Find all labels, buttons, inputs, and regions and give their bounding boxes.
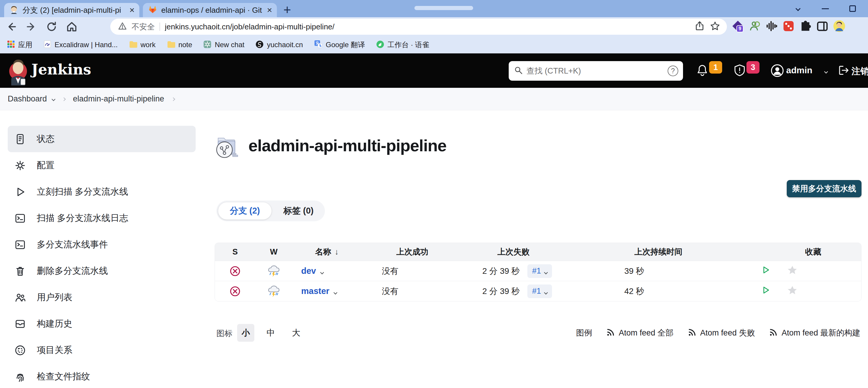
reload-icon[interactable]	[45, 21, 58, 33]
extension-dice-icon[interactable]	[782, 20, 795, 32]
username-label[interactable]: admin	[786, 65, 812, 76]
notification-count-badge[interactable]: 1	[709, 61, 722, 73]
tab-close-icon[interactable]: ×	[267, 6, 272, 14]
search-input[interactable]	[526, 66, 664, 76]
col-last-success[interactable]: 上次成功	[371, 243, 475, 261]
col-last-duration[interactable]: 上次持续时间	[581, 243, 736, 261]
bookmark-google-translate[interactable]: Google 翻译	[314, 40, 365, 50]
notifications-bell-icon[interactable]	[696, 64, 709, 78]
sidebar-item-check-fingerprint[interactable]: 检查文件指纹	[8, 363, 196, 388]
favorite-star-icon[interactable]	[787, 285, 798, 297]
branch-menu-chevron-icon[interactable]	[321, 266, 323, 276]
bookmark-folder-note[interactable]: note	[167, 41, 192, 49]
jenkins-logo[interactable]	[8, 56, 28, 87]
weather-storm-icon[interactable]	[255, 261, 292, 281]
tab-close-icon[interactable]: ×	[129, 6, 134, 14]
tab-branches[interactable]: 分支 (2)	[218, 202, 272, 219]
window-maximize-button[interactable]	[844, 0, 861, 17]
extension-user-search-icon[interactable]	[748, 20, 761, 32]
icon-size-large[interactable]: 大	[287, 324, 305, 342]
branch-menu-chevron-icon[interactable]	[334, 287, 337, 296]
tab-strip-scrollbar[interactable]	[414, 6, 473, 10]
icon-size-small[interactable]: 小	[237, 324, 254, 342]
sidebar-item-user-list[interactable]: 用户列表	[8, 284, 196, 310]
bookmark-folder-work[interactable]: work	[129, 41, 156, 49]
col-weather[interactable]: W	[255, 243, 292, 261]
address-bar[interactable]: 不安全 jenkins.yuchaoit.cn/job/eladmin-api-…	[110, 19, 727, 35]
icon-size-medium[interactable]: 中	[262, 324, 279, 342]
browser-tab-gitlab[interactable]: elamin-ops / eladmin-api · Git ×	[143, 3, 277, 17]
sidebar-item-status[interactable]: 状态	[8, 126, 196, 152]
home-icon[interactable]	[66, 21, 78, 33]
build-status-failed-icon[interactable]	[215, 261, 255, 281]
branch-link[interactable]: dev	[301, 266, 316, 276]
search-box[interactable]: ?	[509, 61, 683, 81]
atom-feed-failures-link[interactable]: Atom feed 失败	[688, 327, 755, 338]
side-panel-icon[interactable]	[816, 20, 829, 32]
weather-storm-icon[interactable]	[255, 281, 292, 301]
jenkins-brand[interactable]: Jenkins	[31, 61, 91, 78]
relationship-icon	[14, 345, 26, 356]
share-icon[interactable]	[694, 21, 705, 33]
apps-grid-icon	[7, 40, 15, 49]
browser-tab-jenkins[interactable]: 分支 (2) [eladmin-api-multi-pi ×	[4, 3, 139, 17]
google-translate-icon	[314, 40, 322, 50]
bookmark-excalidraw[interactable]: Excalidraw | Hand...	[43, 40, 118, 49]
logout-label[interactable]: 注销	[851, 65, 868, 78]
security-shield-icon[interactable]	[734, 64, 746, 78]
sidebar-item-scan-now[interactable]: 立刻扫描 多分支流水线	[8, 179, 196, 205]
search-help-icon[interactable]: ?	[668, 65, 678, 76]
extension-waveform-icon[interactable]	[766, 20, 778, 32]
disable-pipeline-button[interactable]: 禁用多分支流水线	[787, 180, 862, 197]
breadcrumb-job[interactable]: eladmin-api-multi-pipeline	[73, 94, 164, 103]
browser-profile-avatar[interactable]	[833, 20, 845, 32]
atom-feed-all-link[interactable]: Atom feed 全部	[606, 327, 674, 338]
forward-icon[interactable]	[26, 21, 37, 33]
user-avatar-icon[interactable]	[771, 64, 784, 78]
sidebar-item-project-relationship[interactable]: 项目关系	[8, 337, 196, 363]
bookmark-yuchaoit[interactable]: yuchaoit.cn	[255, 40, 303, 50]
tab-title: elamin-ops / eladmin-api · Git	[161, 6, 262, 15]
failed-build-link[interactable]: #1	[527, 285, 552, 298]
build-menu-chevron-icon[interactable]	[545, 266, 547, 276]
col-last-failure[interactable]: 上次失败	[475, 243, 581, 261]
legend-link[interactable]: 图例	[576, 327, 592, 338]
run-build-icon[interactable]	[761, 285, 771, 297]
atom-feed-latest-link[interactable]: Atom feed 最新的构建	[769, 327, 860, 338]
tab-title: 分支 (2) [eladmin-api-multi-pi	[23, 5, 125, 16]
security-count-badge[interactable]: 3	[746, 61, 760, 73]
bookmark-apps[interactable]: 应用	[7, 40, 32, 50]
sidebar-item-build-history[interactable]: 构建历史	[8, 310, 196, 337]
col-status[interactable]: S	[215, 243, 255, 261]
logout-icon[interactable]	[838, 65, 849, 77]
bookmark-star-icon[interactable]	[710, 21, 720, 33]
col-name[interactable]: 名称 ↓	[292, 243, 371, 261]
user-menu-chevron-icon[interactable]	[825, 69, 827, 74]
tab-tags[interactable]: 标签 (0)	[275, 202, 322, 219]
sidebar-item-pipeline-events[interactable]: 多分支流水线事件	[8, 231, 196, 258]
branch-link[interactable]: master	[301, 286, 329, 296]
bookmark-new-chat[interactable]: New chat	[204, 40, 244, 50]
sidebar-item-configure[interactable]: 配置	[8, 152, 196, 179]
sidebar-item-delete-pipeline[interactable]: 删除多分支流水线	[8, 258, 196, 284]
gear-icon	[14, 159, 26, 172]
breadcrumb-dropdown-chevron-icon[interactable]	[52, 96, 55, 102]
tab-search-chevron-icon[interactable]	[790, 0, 806, 17]
back-icon[interactable]	[5, 21, 17, 33]
url-text[interactable]: jenkins.yuchaoit.cn/job/eladmin-api-mult…	[165, 22, 689, 31]
build-menu-chevron-icon[interactable]	[545, 287, 547, 296]
favorite-star-icon[interactable]	[787, 265, 798, 277]
failed-build-link[interactable]: #1	[527, 264, 552, 278]
excalidraw-icon	[43, 40, 51, 49]
build-status-failed-icon[interactable]	[215, 281, 255, 301]
extension-wappalyzer-icon[interactable]: 9	[732, 20, 744, 32]
security-label[interactable]: 不安全	[132, 22, 155, 32]
extensions-puzzle-icon[interactable]	[799, 20, 812, 32]
bookmark-yuque[interactable]: 工作台 · 语雀	[376, 40, 429, 50]
new-tab-button[interactable]: +	[283, 2, 291, 17]
run-build-icon[interactable]	[761, 265, 771, 277]
breadcrumb-dashboard[interactable]: Dashboard	[8, 94, 47, 103]
sidebar-item-scan-log[interactable]: 扫描 多分支流水线日志	[8, 205, 196, 231]
sidebar-nav: 状态 配置 立刻扫描 多分支流水线 扫描 多分支流水线日志 多分支流水线事件 删…	[8, 126, 196, 388]
window-minimize-button[interactable]	[817, 0, 834, 17]
